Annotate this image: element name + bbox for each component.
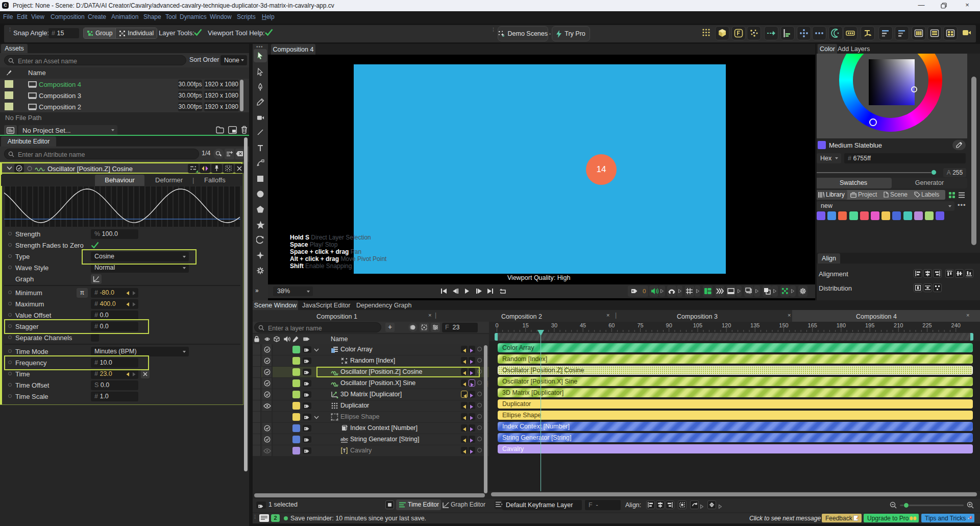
svg-text:240: 240 bbox=[951, 322, 961, 328]
svg-text:210: 210 bbox=[894, 322, 903, 328]
svg-text:15: 15 bbox=[523, 322, 529, 328]
svg-text:abc: abc bbox=[340, 437, 348, 442]
svg-text:165: 165 bbox=[808, 322, 817, 328]
svg-text:60: 60 bbox=[608, 322, 615, 328]
svg-text:105: 105 bbox=[693, 322, 702, 328]
svg-text:120: 120 bbox=[722, 322, 731, 328]
svg-text:225: 225 bbox=[922, 322, 932, 328]
svg-text:75: 75 bbox=[637, 322, 643, 328]
svg-text:0: 0 bbox=[643, 288, 646, 294]
svg-text:195: 195 bbox=[865, 322, 874, 328]
svg-text:135: 135 bbox=[750, 322, 760, 328]
svg-text:45: 45 bbox=[580, 322, 586, 328]
svg-text:30: 30 bbox=[551, 322, 557, 328]
svg-text:0: 0 bbox=[495, 322, 498, 328]
svg-text:150: 150 bbox=[779, 322, 788, 328]
svg-text:180: 180 bbox=[837, 322, 846, 328]
svg-text:90: 90 bbox=[666, 322, 672, 328]
